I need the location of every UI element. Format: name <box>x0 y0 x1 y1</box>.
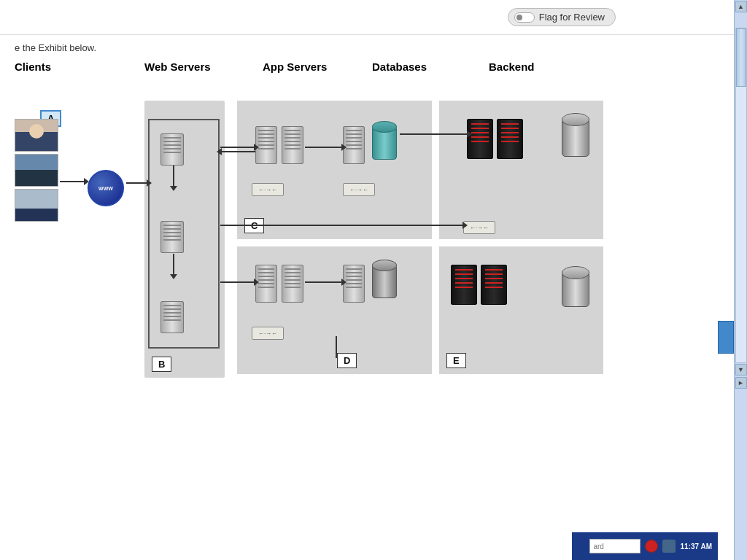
flag-toggle <box>514 12 535 23</box>
taskbar-icon-1 <box>645 540 658 553</box>
arrow-v-web-1 <box>173 166 174 187</box>
col-label-databases: Databases <box>372 61 427 73</box>
zone-label-b: B <box>152 357 171 372</box>
web-server-2 <box>160 221 184 253</box>
col-label-webservers: Web Servers <box>144 61 211 73</box>
right-scrollbar[interactable]: ▲ ▼ ► <box>734 0 747 560</box>
arrow-db-backend-top <box>400 133 468 135</box>
switch-lower: ←·→← <box>252 327 284 340</box>
arrow-app-web-1 <box>220 151 255 152</box>
arrow-v-lower <box>336 336 337 358</box>
arrow-h-2 <box>126 182 148 184</box>
exhibit-instruction: e the Exhibit below. <box>15 42 719 53</box>
col-label-backend: Backend <box>489 61 535 73</box>
backend-server-lower-1 <box>451 265 507 305</box>
scrollbar-track <box>735 28 747 363</box>
zone-label-d: D <box>337 353 357 368</box>
diagram-container: Clients Web Servers App Servers Database… <box>15 61 613 483</box>
client-photo-2 <box>15 154 58 187</box>
col-label-clients: Clients <box>15 61 51 73</box>
arrow-web-backend-mid <box>220 225 464 226</box>
client-photo-1 <box>15 119 58 152</box>
db-cylinder-1 <box>372 126 397 160</box>
scrollbar-thumb[interactable] <box>736 28 746 87</box>
arrow-web-app-1 <box>220 147 255 148</box>
web-server-outline <box>148 119 220 349</box>
switch-db-upper: ←·→← <box>343 183 375 196</box>
col-label-appservers: App Servers <box>263 61 327 73</box>
web-server-3 <box>160 301 184 333</box>
globe-icon <box>88 170 124 206</box>
switch-backend-mid: ←·→← <box>463 221 495 234</box>
switch-app-upper: ←·→← <box>252 183 284 196</box>
taskbar: 11:37 AM <box>572 532 718 560</box>
main-content: e the Exhibit below. Clients Web Servers… <box>0 35 734 560</box>
web-server-1 <box>160 133 184 166</box>
db-cylinder-2 <box>372 265 397 298</box>
scroll-arrow-button[interactable]: ► <box>735 377 747 389</box>
arrow-web-app-2 <box>220 281 255 283</box>
client-photo-3 <box>15 189 58 222</box>
backend-cylinder-upper <box>562 119 589 157</box>
flag-review-button[interactable]: Flag for Review <box>508 8 616 26</box>
taskbar-icon-2 <box>662 540 676 553</box>
scroll-down-button[interactable]: ▼ <box>735 364 747 376</box>
arrow-app-db-2 <box>305 281 343 283</box>
arrow-h-1 <box>60 181 85 182</box>
arrow-v-web-2 <box>173 254 174 276</box>
top-bar: Flag for Review <box>0 0 747 35</box>
scroll-up-button[interactable]: ▲ <box>735 1 747 12</box>
app-server-1 <box>255 126 303 164</box>
backend-server-upper-1 <box>467 119 523 159</box>
flag-label: Flag for Review <box>539 12 605 23</box>
taskbar-clock: 11:37 AM <box>680 542 712 551</box>
arrow-app-db-1 <box>305 147 343 148</box>
app-server-2 <box>255 265 303 303</box>
zone-label-e: E <box>446 353 466 368</box>
backend-cylinder-lower <box>562 272 589 307</box>
taskbar-search-input[interactable] <box>589 539 640 553</box>
